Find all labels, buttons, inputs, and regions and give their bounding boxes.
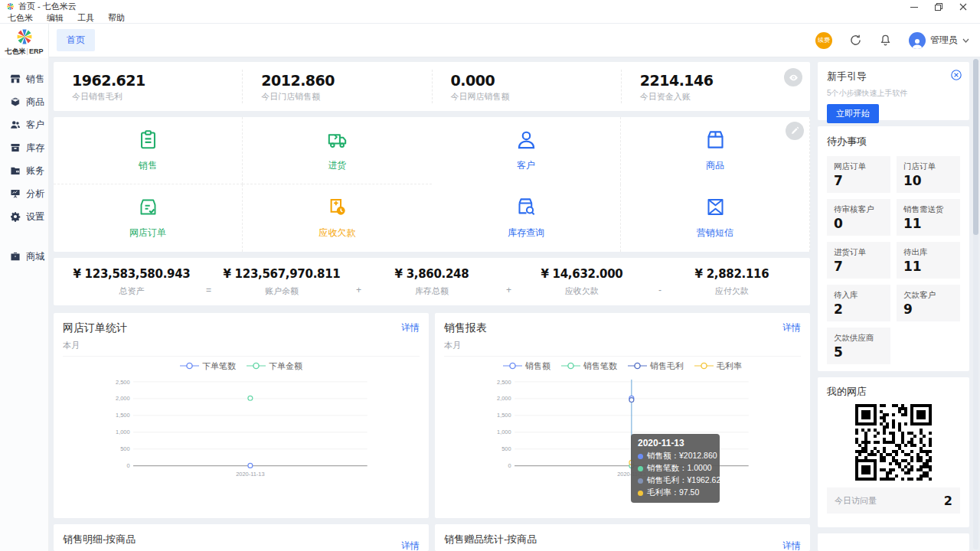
todo-label: 进货订单: [834, 247, 884, 258]
todo-tile[interactable]: 销售需送货 11: [897, 199, 960, 236]
finance-value: ¥ 123,583,580.943: [57, 267, 207, 281]
legend-marker: [503, 362, 522, 370]
todo-tile[interactable]: 欠款供应商 5: [827, 328, 890, 364]
refresh-icon[interactable]: [849, 34, 862, 47]
menu-item[interactable]: 工具: [77, 12, 94, 24]
sidebar-item[interactable]: 账务: [0, 159, 48, 182]
detail-link[interactable]: 详情: [782, 540, 801, 551]
shortcut[interactable]: 销售: [54, 117, 243, 184]
shop-qr-code: [855, 404, 932, 481]
todo-tile[interactable]: 进货订单 7: [827, 242, 890, 279]
todo-tile[interactable]: 网店订单 7: [827, 156, 890, 193]
todo-tile[interactable]: 门店订单 10: [897, 156, 960, 193]
app-logo-icon: [6, 2, 15, 11]
guide-start-button[interactable]: 立即开始: [827, 104, 879, 123]
menu-item[interactable]: 编辑: [47, 12, 64, 24]
todo-tile[interactable]: 待审核客户 0: [827, 199, 890, 236]
shortcut-label: 客户: [517, 159, 535, 172]
detail-link[interactable]: 详情: [782, 321, 801, 334]
user-menu[interactable]: 管理员: [909, 32, 969, 49]
shortcut[interactable]: 网店订单: [54, 184, 243, 252]
shortcut[interactable]: 营销短信: [621, 184, 810, 252]
todo-value: 7: [834, 259, 884, 274]
menu-item[interactable]: 帮助: [108, 12, 125, 24]
shortcut[interactable]: 商品: [621, 117, 810, 184]
legend-item[interactable]: 下单笔数: [180, 360, 236, 372]
report-panel-title: 销售赠品统计-按商品: [444, 533, 537, 546]
scrollbar-thumb[interactable]: [973, 59, 978, 235]
today-stat: 0.000 今日网店销售额: [433, 70, 622, 103]
todo-tile[interactable]: 欠款客户 9: [897, 285, 960, 321]
legend-marker: [247, 362, 266, 370]
detail-link[interactable]: 详情: [401, 540, 420, 551]
todo-value: 7: [834, 173, 884, 188]
minimize-button[interactable]: [910, 2, 919, 11]
today-stats-panel: 1962.621 今日销售毛利 2012.860 今日门店销售额 0.000 今…: [54, 62, 810, 111]
sidebar-item[interactable]: 客户: [0, 113, 48, 136]
stat-label: 今日销售毛利: [72, 91, 242, 103]
finance-label: 库存总额: [357, 285, 507, 297]
shortcuts-panel: 销售 进货 客户 商品: [54, 117, 810, 252]
todo-label: 销售需送货: [903, 204, 953, 215]
inventory-icon: [10, 142, 21, 153]
svg-text:2,000: 2,000: [497, 395, 511, 402]
todo-label: 待入库: [834, 290, 884, 301]
brand-star-icon: [15, 28, 34, 46]
renew-badge[interactable]: 续费: [815, 32, 832, 49]
todo-title: 待办事项: [827, 135, 960, 148]
finance-stat: ¥ 123,583,580.943 总资产 =: [57, 267, 207, 297]
maximize-button[interactable]: [934, 2, 943, 11]
tooltip-row: 销售笔数：1.0000: [638, 463, 713, 474]
scrollbar-track: [973, 59, 978, 549]
todo-tile[interactable]: 待出库 11: [897, 242, 960, 279]
edit-icon[interactable]: [786, 122, 804, 140]
close-circle-icon[interactable]: [951, 70, 962, 80]
todo-value: 2: [834, 302, 884, 317]
legend-item[interactable]: 毛利率: [694, 360, 742, 372]
legend-item[interactable]: 销售毛利: [628, 360, 684, 372]
todo-value: 10: [903, 173, 953, 188]
shortcut[interactable]: 客户: [432, 117, 621, 184]
todo-label: 待审核客户: [834, 204, 884, 215]
tab-home[interactable]: 首页: [57, 29, 95, 51]
detail-link[interactable]: 详情: [401, 321, 420, 334]
menu-item[interactable]: 七色米: [8, 12, 33, 24]
shortcut-label: 库存查询: [508, 227, 544, 240]
sidebar-item[interactable]: 分析: [0, 182, 48, 205]
sidebar-item-label: 分析: [26, 187, 44, 201]
customer-icon: [516, 129, 537, 152]
shortcut[interactable]: 进货: [243, 117, 432, 184]
finance-stat: ¥ 3,860.248 库存总额 +: [357, 267, 507, 297]
legend-item[interactable]: 销售笔数: [561, 360, 617, 372]
series-dot-icon: [638, 454, 643, 459]
shortcut[interactable]: 应收欠款: [243, 184, 432, 252]
legend-item[interactable]: 销售额: [503, 360, 550, 372]
todo-value: 5: [834, 344, 884, 360]
sidebar-item[interactable]: 商城: [0, 245, 48, 268]
eye-icon[interactable]: [784, 68, 802, 86]
finance-stat: ¥ 14,632.000 应收欠款 -: [507, 267, 657, 297]
shop-title: 我的网店: [827, 385, 960, 399]
shortcut[interactable]: 库存查询: [432, 184, 621, 252]
legend-marker: [628, 362, 647, 370]
sidebar-item[interactable]: 商品: [0, 90, 48, 113]
svg-text:1,500: 1,500: [116, 412, 130, 419]
partial-panel: [818, 533, 969, 551]
todo-value: 11: [903, 216, 953, 231]
chart-period: 本月: [63, 340, 420, 357]
legend-label: 下单笔数: [202, 360, 236, 372]
visits-label: 今日访问量: [835, 495, 877, 507]
todo-tile[interactable]: 待入库 2: [827, 285, 890, 321]
close-button[interactable]: [959, 2, 968, 11]
shortcut-label: 商品: [706, 159, 724, 172]
sidebar-item-label: 商品: [26, 96, 44, 109]
customers-icon: [10, 119, 21, 130]
mall-icon: [10, 251, 21, 262]
sidebar-item[interactable]: 设置: [0, 205, 48, 228]
sidebar-item[interactable]: 销售: [0, 67, 48, 90]
sidebar-item[interactable]: 库存: [0, 136, 48, 159]
tooltip-row: 销售毛利：¥1962.621: [638, 475, 713, 486]
chart-plot: 05001,0001,5002,0002,5002020-11-13: [63, 375, 420, 481]
legend-item[interactable]: 下单金额: [247, 360, 302, 372]
bell-icon[interactable]: [879, 34, 892, 47]
